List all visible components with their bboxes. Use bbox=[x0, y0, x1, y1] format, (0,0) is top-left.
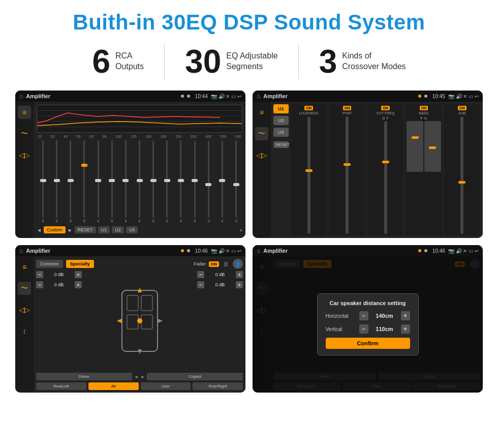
fader-center: − 0 dB + − 0 dB + bbox=[36, 271, 243, 371]
eq-freq-labels: 25 32 40 50 63 80 100 125 160 200 250 32… bbox=[37, 135, 242, 138]
amp-ch-bass: ON BASS F G bbox=[406, 104, 442, 235]
sidebar-speaker-icon[interactable]: ◁▷ bbox=[18, 148, 31, 162]
eq-slider-0[interactable]: 0 bbox=[37, 140, 49, 223]
dialog-vertical-value: 110cm bbox=[371, 326, 398, 332]
eq-custom-btn[interactable]: Custom bbox=[44, 226, 66, 233]
status-icons-4: 📷 🔊 ✕ ▭ ↩ bbox=[448, 248, 479, 254]
eq-u3-btn[interactable]: U3 bbox=[126, 226, 138, 233]
btn-all[interactable]: All bbox=[88, 382, 139, 390]
db-rr-minus[interactable]: − bbox=[197, 281, 204, 288]
amp-ch-loudness-label: LOUDNESS bbox=[299, 111, 319, 115]
status-bar-1: ⌂ Amplifier 10:44 📷 🔊 ✕ ▭ ↩ bbox=[15, 91, 245, 102]
amp-ch-loudness-slider[interactable] bbox=[307, 116, 310, 234]
amp-ch-phat-on[interactable]: ON bbox=[343, 106, 352, 110]
status-time-2: 10:45 bbox=[432, 94, 445, 99]
dialog-row-horizontal: Horizontal − 140cm + bbox=[326, 311, 410, 320]
sidebar-arrow-icon-3[interactable]: ↕ bbox=[18, 324, 31, 338]
tab-specialty[interactable]: Specialty bbox=[66, 260, 95, 268]
btn-rearright[interactable]: RearRight bbox=[193, 382, 243, 390]
btn-copilot[interactable]: Copilot bbox=[147, 373, 243, 380]
stat-rca: 6 RCA Outputs bbox=[72, 45, 164, 78]
sidebar-eq-icon[interactable]: ≡ bbox=[18, 106, 31, 119]
eq-slider-3[interactable]: 5 bbox=[78, 140, 90, 223]
home-icon-1: ⌂ bbox=[19, 93, 23, 100]
eq-slider-13[interactable]: 0 bbox=[216, 140, 229, 223]
sidebar-speaker-icon-3[interactable]: ◁▷ bbox=[18, 303, 31, 316]
eq-slider-8[interactable]: 0 bbox=[147, 140, 160, 223]
svg-marker-8 bbox=[117, 319, 121, 323]
amp-ch-sub-slider[interactable] bbox=[460, 116, 463, 234]
amp-ch-sub-on[interactable]: ON bbox=[458, 106, 466, 110]
stat-eq-desc1: EQ Adjustable bbox=[226, 51, 277, 62]
eq-slider-11[interactable]: 0 bbox=[189, 140, 201, 223]
amp-ch-phat-slider[interactable] bbox=[346, 116, 349, 234]
amp-u1[interactable]: U1 bbox=[273, 104, 289, 113]
sidebar-wave-icon[interactable]: 〜 bbox=[18, 127, 31, 140]
amp-ch-sub: ON SUB bbox=[444, 104, 480, 235]
amp-u3[interactable]: U3 bbox=[273, 128, 289, 137]
eq-reset-btn[interactable]: RESET bbox=[75, 226, 96, 233]
dialog-horizontal-minus[interactable]: − bbox=[359, 311, 368, 320]
eq-slider-9[interactable]: 0 bbox=[161, 140, 173, 223]
dialog-vertical-label: Vertical bbox=[326, 326, 356, 332]
status-time-1: 10:44 bbox=[195, 94, 208, 99]
amp-ch-bass-slider1[interactable] bbox=[407, 121, 423, 172]
eq-slider-5[interactable]: 0 bbox=[106, 140, 118, 223]
svg-rect-3 bbox=[127, 315, 138, 329]
amp-ch-bass-on[interactable]: ON bbox=[420, 106, 428, 110]
dialog-vertical-minus[interactable]: − bbox=[359, 324, 368, 334]
tab-common[interactable]: Common bbox=[36, 260, 63, 268]
btn-user[interactable]: User bbox=[141, 382, 191, 390]
eq-prev-arrow[interactable]: ◄ bbox=[37, 227, 42, 233]
home-icon-3: ⌂ bbox=[19, 247, 23, 254]
status-dot-6 bbox=[187, 249, 190, 252]
fader-person-icon[interactable]: 👤 bbox=[233, 259, 243, 269]
sidebar-speaker-icon-2[interactable]: ◁▷ bbox=[255, 148, 268, 162]
amp-ch-bass-slider2[interactable] bbox=[424, 121, 441, 172]
sidebar-eq-icon-2[interactable]: ≡ bbox=[255, 106, 268, 119]
svg-rect-1 bbox=[127, 295, 138, 311]
btn-driver[interactable]: Driver bbox=[36, 373, 132, 380]
amp-ch-cutfreq-slider[interactable] bbox=[384, 121, 387, 234]
stat-eq-number: 30 bbox=[185, 45, 221, 78]
db-fr-value: 0 dB bbox=[206, 272, 234, 277]
db-rl-minus[interactable]: − bbox=[36, 281, 43, 288]
svg-rect-4 bbox=[141, 315, 152, 329]
app-name-1: Amplifier bbox=[26, 93, 178, 99]
screen-2-content: ≡ 〜 ◁▷ U1 U2 U3 RESET ON LOUDNESS bbox=[253, 102, 483, 238]
eq-slider-2[interactable]: 0 bbox=[64, 140, 77, 223]
amp-ch-loudness-on[interactable]: ON bbox=[304, 106, 313, 110]
eq-slider-12[interactable]: -1 bbox=[202, 140, 215, 223]
sidebar-eq-icon-3[interactable]: ≡ bbox=[18, 260, 31, 274]
btn-rearleft[interactable]: RearLeft bbox=[36, 382, 86, 390]
car-diagram bbox=[85, 271, 194, 371]
stat-rca-number: 6 bbox=[92, 45, 110, 78]
amp-reset[interactable]: RESET bbox=[273, 141, 289, 148]
eq-slider-7[interactable]: 0 bbox=[133, 140, 146, 223]
db-rl-plus[interactable]: + bbox=[75, 281, 82, 288]
db-fl-minus[interactable]: − bbox=[36, 271, 43, 278]
eq-u1-btn[interactable]: U1 bbox=[98, 226, 110, 233]
confirm-button[interactable]: Confirm bbox=[326, 338, 410, 349]
sidebar-wave-icon-2[interactable]: 〜 bbox=[255, 127, 268, 140]
eq-slider-10[interactable]: 0 bbox=[174, 140, 187, 223]
eq-u2-btn[interactable]: U2 bbox=[112, 226, 124, 233]
eq-svg bbox=[37, 105, 242, 132]
eq-slider-6[interactable]: 0 bbox=[119, 140, 132, 223]
stat-rca-desc1: RCA bbox=[115, 51, 144, 62]
db-rr-plus[interactable]: + bbox=[236, 281, 243, 288]
eq-next-arrow[interactable]: ► bbox=[68, 227, 73, 233]
eq-slider-4[interactable]: 0 bbox=[92, 140, 105, 223]
dialog-horizontal-plus[interactable]: + bbox=[401, 311, 410, 320]
eq-slider-1[interactable]: 0 bbox=[50, 140, 63, 223]
amp-ch-cutfreq-on[interactable]: ON bbox=[381, 106, 390, 110]
sidebar-wave-icon-3[interactable]: 〜 bbox=[18, 282, 31, 295]
app-name-4: Amplifier bbox=[263, 248, 415, 254]
dialog-vertical-plus[interactable]: + bbox=[401, 324, 410, 334]
amp-u2[interactable]: U2 bbox=[273, 116, 289, 125]
eq-slider-14[interactable]: -1 bbox=[230, 140, 242, 223]
db-fr-minus[interactable]: − bbox=[197, 271, 204, 278]
db-fr-plus[interactable]: + bbox=[236, 271, 243, 278]
db-fl-plus[interactable]: + bbox=[75, 271, 82, 278]
eq-chevron: » bbox=[239, 227, 242, 233]
